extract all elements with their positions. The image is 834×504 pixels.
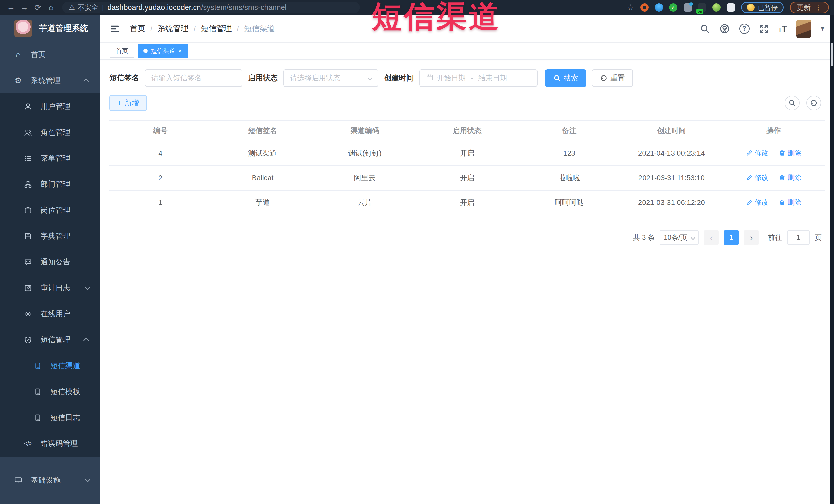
scrollbar-track[interactable] [830,15,834,504]
browser-menu-dots-icon[interactable]: ⋮ [815,6,822,9]
scrollbar-thumb[interactable] [831,43,833,66]
sidebar-item-sms-channel[interactable]: 短信渠道 [0,353,100,379]
collapse-sidebar-icon[interactable] [110,24,119,33]
delete-link[interactable]: 删除 [779,148,802,158]
github-icon[interactable] [719,23,730,34]
extension-orange-ring-icon[interactable] [640,3,649,12]
sidebar-item-online-users[interactable]: 在线用户 [0,301,100,327]
browser-back-icon[interactable]: ← [5,2,17,13]
page-size-value: 10条/页 [664,233,687,242]
extension-sprout-icon[interactable] [712,3,721,12]
prev-page-button[interactable]: ‹ [704,230,719,245]
reset-button[interactable]: 重置 [592,69,633,87]
date-end-placeholder: 结束日期 [478,73,507,83]
date-separator: - [471,74,473,82]
sidebar-item-menu-mgmt[interactable]: 菜单管理 [0,145,100,171]
phone-icon [32,414,44,422]
security-warning[interactable]: ⚠ 不安全 [69,3,98,12]
tags-view: 首页 短信渠道 × [100,43,834,60]
sidebar-item-sms-template[interactable]: 短信模板 [0,379,100,404]
browser-forward-icon[interactable]: → [19,2,30,13]
sidebar-item-label: 错误码管理 [41,439,78,449]
paused-extension-pill[interactable]: 已暂停 [741,2,784,13]
sidebar-item-post-mgmt[interactable]: 岗位管理 [0,197,100,223]
date-range-picker[interactable]: 开始日期 - 结束日期 [419,69,537,87]
goto-label: 前往 [768,233,782,242]
sidebar-item-label: 岗位管理 [41,205,70,215]
breadcrumb-sms[interactable]: 短信管理 [201,23,232,34]
chat-bubble-icon [22,258,34,266]
status-placeholder: 请选择启用状态 [290,73,341,83]
page-size-select[interactable]: 10条/页 [660,230,699,245]
tag-home[interactable]: 首页 [110,44,134,58]
edit-link[interactable]: 修改 [746,148,769,158]
col-remark: 备注 [518,120,620,141]
status-select[interactable]: 请选择启用状态 [283,69,378,87]
tag-close-icon[interactable]: × [178,48,182,54]
breadcrumb-home[interactable]: 首页 [130,23,145,34]
signal-icon [22,310,34,318]
search-button[interactable]: 搜索 [545,69,586,87]
add-button[interactable]: + 新增 [109,95,147,111]
sidebar-item-sms-log[interactable]: 短信日志 [0,404,100,431]
sidebar-item-notice[interactable]: 通知公告 [0,249,100,275]
sidebar-item-user-mgmt[interactable]: 用户管理 [0,93,100,119]
goto-page-input[interactable] [787,230,810,245]
breadcrumb-current: 短信渠道 [244,23,275,34]
page-url[interactable]: dashboard.yudao.iocoder.cn/system/sms/sm… [108,3,287,12]
edit-link[interactable]: 修改 [746,173,769,182]
sidebar-item-home[interactable]: ⌂ 首页 [0,42,100,67]
current-page-button[interactable]: 1 [724,230,739,245]
warning-icon: ⚠ [69,3,75,12]
edit-label: 修改 [755,173,769,182]
gear-icon: ⚙ [12,76,24,85]
filter-form: 短信签名 启用状态 请选择启用状态 创建时间 开始日期 [109,69,825,87]
help-icon[interactable]: ? [739,24,749,34]
sidebar-item-role-mgmt[interactable]: 角色管理 [0,119,100,145]
fullscreen-icon[interactable] [759,24,769,34]
pagination: 共 3 条 10条/页 ‹ 1 › 前往 页 [109,230,825,245]
breadcrumb-separator: / [237,24,239,33]
refresh-button[interactable] [806,95,821,110]
badge-icon [22,206,34,214]
search-icon[interactable] [700,24,710,34]
sidebar-item-dict-mgmt[interactable]: 字典管理 [0,223,100,249]
url-path: /system/sms/sms-channel [201,3,287,12]
sidebar-item-label: 首页 [31,49,46,60]
font-size-icon[interactable]: TT [778,24,787,34]
sidebar-item-errcode-mgmt[interactable]: </> 错误码管理 [0,431,100,457]
extension-onhub-icon[interactable] [698,3,706,12]
browser-update-button[interactable]: 更新 ⋮ [790,2,829,13]
tag-sms-channel[interactable]: 短信渠道 × [137,44,188,58]
address-bar[interactable]: ⚠ 不安全 | dashboard.yudao.iocoder.cn/syste… [62,2,360,13]
extension-blue-pin-icon[interactable] [655,3,663,12]
main-area: 首页 / 系统管理 / 短信管理 / 短信渠道 ? [100,15,834,504]
next-page-button[interactable]: › [744,230,759,245]
logo-area[interactable]: 芋道管理系统 [0,15,100,42]
cell-status: 开启 [416,190,518,215]
breadcrumb-system[interactable]: 系统管理 [158,23,189,34]
sidebar-item-audit-log[interactable]: 审计日志 [0,275,100,301]
avatar-caret-icon[interactable]: ▾ [821,25,824,32]
browser-reload-icon[interactable]: ⟳ [32,2,44,13]
signature-input[interactable] [151,74,236,82]
sidebar-item-system-mgmt[interactable]: ⚙ 系统管理 [0,67,100,93]
extensions-puzzle-icon[interactable] [727,3,735,12]
sidebar-item-infrastructure[interactable]: 基础设施 [0,457,100,504]
table-row: 2 Ballcat 阿里云 开启 啦啦啦 2021-03-31 11:53:10… [109,166,825,190]
toggle-search-button[interactable] [785,95,799,110]
sidebar-item-dept-mgmt[interactable]: 部门管理 [0,171,100,197]
sidebar-item-label: 角色管理 [41,127,70,138]
extension-people-icon[interactable] [684,3,692,12]
cell-signature: 测试渠道 [212,141,314,166]
sidebar-item-sms-mgmt[interactable]: 短信管理 [0,327,100,353]
extension-green-check-icon[interactable]: ✓ [669,3,677,12]
delete-link[interactable]: 删除 [779,173,802,182]
user-avatar[interactable] [796,20,811,38]
edit-link[interactable]: 修改 [746,198,769,207]
bookmark-star-icon[interactable]: ☆ [627,3,634,12]
delete-link[interactable]: 删除 [779,198,802,207]
browser-home-icon[interactable]: ⌂ [45,2,57,13]
dashboard-icon: ⌂ [12,50,24,59]
chevron-down-icon [85,284,90,290]
